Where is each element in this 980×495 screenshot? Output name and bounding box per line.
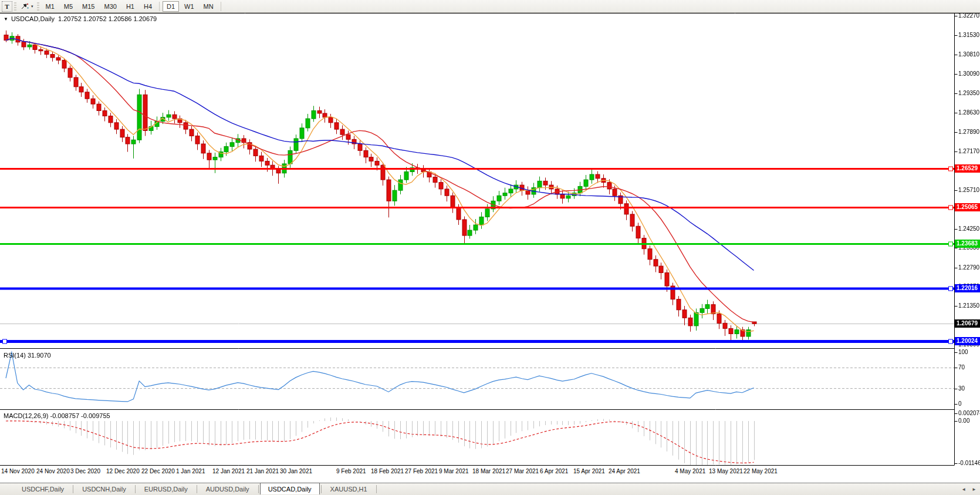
rsi-tick-label: 0 [958, 400, 979, 407]
price-chart-canvas[interactable] [0, 13, 980, 466]
cursor-mode-button[interactable]: ▾ [19, 1, 35, 12]
tab-separator [135, 485, 136, 493]
window-splitter[interactable] [0, 478, 980, 483]
price-level-badge[interactable]: 1.20024 [955, 337, 980, 345]
price-level-badge[interactable]: 1.22016 [955, 284, 980, 292]
date-tick-label: 15 Apr 2021 [573, 468, 605, 474]
tab-separator [321, 485, 322, 493]
date-tick-label: 14 Nov 2020 [1, 468, 35, 474]
toolbar: T ▾ M1M5M15M30H1H4D1W1MN [0, 0, 980, 13]
timeframe-button-m5[interactable]: M5 [60, 1, 77, 12]
price-tick-label: 1.24250 [958, 225, 979, 232]
mt4-window: T ▾ M1M5M15M30H1H4D1W1MN ▼USDCAD,Daily 1… [0, 0, 980, 495]
price-tick-label: 1.28630 [958, 109, 979, 116]
date-tick-label: 3 Dec 2020 [70, 468, 100, 474]
timeframe-button-m30[interactable]: M30 [100, 1, 120, 12]
timeframe-button-m1[interactable]: M1 [42, 1, 59, 12]
chart-tabs-bar: USDCHF,DailyUSDCNH,DailyEURUSD,DailyAUDU… [0, 483, 980, 495]
date-tick-label: 27 Feb 2021 [405, 468, 438, 474]
tab-separator [376, 485, 377, 493]
timeframe-button-mn[interactable]: MN [200, 1, 218, 12]
ohlc-values: 1.20752 1.20752 1.20586 1.20679 [58, 15, 157, 22]
date-tick-label: 24 Nov 2020 [36, 468, 70, 474]
macd-header: MACD(12,26,9) -0.008757 -0.009755 [4, 412, 110, 419]
text-tool-button[interactable]: T [2, 1, 12, 12]
date-tick-label: 1 Jan 2021 [176, 468, 205, 474]
tab-scroll-left-icon[interactable]: ◄ [961, 487, 966, 492]
price-level-badge[interactable]: 1.25065 [955, 203, 980, 211]
chart-tab-audusd[interactable]: AUDUSD,Daily [198, 483, 257, 495]
macd-tick-label: 0.002074 [958, 410, 979, 416]
tab-separator [197, 485, 197, 493]
chart-tab-xauusd[interactable]: XAUUSD,H1 [323, 483, 375, 495]
rsi-tick-label: 100 [958, 349, 979, 355]
date-tick-label: 24 Apr 2021 [609, 468, 640, 474]
rsi-tick-label: 30 [958, 385, 979, 392]
toolbar-separator [159, 2, 160, 11]
macd-tick-label: 0.00 [958, 417, 979, 424]
tab-scroll-right-icon[interactable]: ► [972, 487, 976, 492]
chart-tabs: USDCHF,DailyUSDCNH,DailyEURUSD,DailyAUDU… [14, 483, 378, 495]
chart-tab-usdcnh[interactable]: USDCNH,Daily [75, 483, 134, 495]
price-tick-label: 1.29350 [958, 90, 979, 96]
timeframe-button-h4[interactable]: H4 [140, 1, 156, 12]
collapse-icon: ▼ [4, 16, 8, 22]
timeframe-button-h1[interactable]: H1 [122, 1, 138, 12]
date-tick-label: 21 Jan 2021 [246, 468, 279, 474]
timeframe-button-m15[interactable]: M15 [78, 1, 99, 12]
cursor-mode-icon [21, 2, 29, 10]
toolbar-grip [37, 2, 39, 11]
rsi-header-text: RSI(14) 31.9070 [4, 352, 51, 359]
timeframe-button-w1[interactable]: W1 [180, 1, 198, 12]
timeframe-toolbar: M1M5M15M30H1H4D1W1MN [41, 1, 218, 12]
date-tick-label: 13 May 2021 [709, 468, 743, 474]
date-tick-label: 22 May 2021 [744, 468, 778, 474]
chart-tab-usdchf[interactable]: USDCHF,Daily [14, 483, 72, 495]
date-tick-label: 27 Mar 2021 [506, 468, 539, 474]
price-tick-label: 1.30810 [958, 51, 979, 58]
date-tick-label: 4 May 2021 [675, 468, 705, 474]
price-tick-label: 1.25710 [958, 187, 979, 193]
chart-tab-usdcad[interactable]: USDCAD,Daily [260, 483, 320, 494]
price-level-badge[interactable]: 1.23683 [955, 240, 980, 248]
tab-scroll-controls: ◄ ► [961, 483, 976, 495]
price-tick-label: 1.30090 [958, 70, 979, 77]
date-tick-label: 22 Dec 2020 [141, 468, 175, 474]
rsi-header: RSI(14) 31.9070 [4, 352, 51, 359]
price-tick-label: 1.32270 [958, 12, 979, 19]
date-tick-label: 18 Feb 2021 [371, 468, 404, 474]
price-tick-label: 1.31530 [958, 32, 979, 38]
date-axis[interactable]: 14 Nov 202024 Nov 20203 Dec 202012 Dec 2… [0, 466, 980, 478]
price-tick-label: 1.21350 [958, 302, 979, 309]
chart-tab-eurusd[interactable]: EURUSD,Daily [137, 483, 195, 495]
date-tick-label: 18 Mar 2021 [472, 468, 505, 474]
symbol-title: USDCAD,Daily [11, 15, 55, 22]
date-tick-label: 12 Jan 2021 [212, 468, 245, 474]
toolbar-grip [14, 2, 16, 11]
price-level-badge[interactable]: 1.26529 [955, 164, 980, 173]
timeframe-button-d1[interactable]: D1 [163, 1, 179, 12]
price-tick-label: 1.27170 [958, 148, 979, 154]
date-tick-label: 9 Mar 2021 [439, 468, 469, 474]
chart-area: ▼USDCAD,Daily 1.20752 1.20752 1.20586 1.… [0, 13, 980, 478]
date-tick-label: 30 Jan 2021 [280, 468, 312, 474]
dropdown-caret-icon: ▾ [31, 4, 33, 9]
tab-separator [73, 485, 73, 493]
toolbar-separator [221, 2, 221, 11]
rsi-tick-label: 70 [958, 364, 979, 371]
date-tick-label: 12 Dec 2020 [106, 468, 140, 474]
tab-separator [258, 485, 259, 493]
macd-header-text: MACD(12,26,9) -0.008757 -0.009755 [4, 412, 110, 419]
date-tick-label: 6 Apr 2021 [540, 468, 568, 474]
price-tick-label: 1.22790 [958, 264, 979, 271]
date-tick-label: 9 Feb 2021 [336, 468, 366, 474]
current-price-badge: 1.20679 [955, 319, 980, 328]
price-tick-label: 1.27890 [958, 129, 979, 135]
chart-title: ▼USDCAD,Daily 1.20752 1.20752 1.20586 1.… [4, 15, 157, 22]
